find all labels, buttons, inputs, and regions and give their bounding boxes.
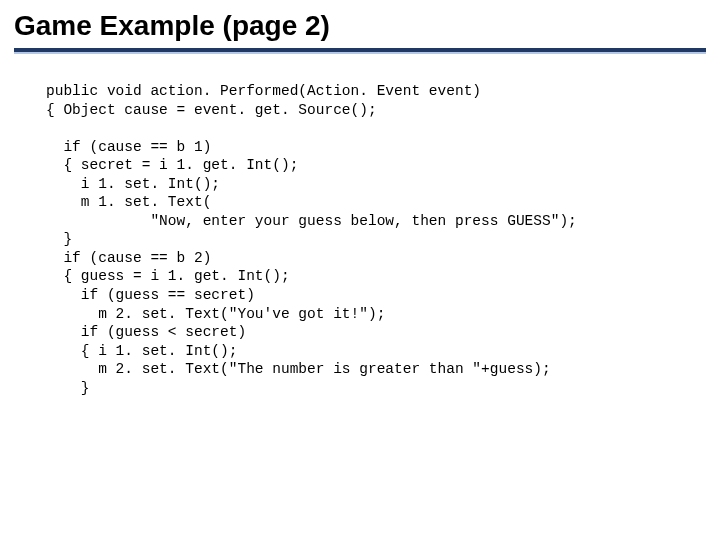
- slide-title: Game Example (page 2): [14, 10, 706, 42]
- code-area: public void action. Performed(Action. Ev…: [0, 54, 720, 407]
- title-area: Game Example (page 2): [0, 0, 720, 54]
- slide: Game Example (page 2) public void action…: [0, 0, 720, 540]
- code-block: public void action. Performed(Action. Ev…: [46, 82, 710, 397]
